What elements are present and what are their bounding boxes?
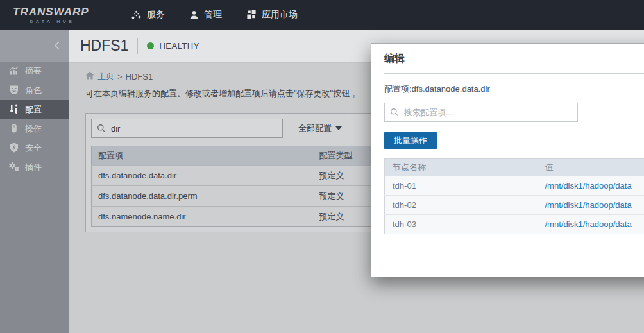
config-search-input[interactable] (91, 119, 283, 138)
table-row: tdh-02 /mnt/disk1/hadoop/data (385, 196, 644, 215)
sidebar-header (0, 30, 69, 62)
sidebar-item-label: 安全 (25, 142, 42, 154)
transwarp-logo[interactable]: TRANSWARP DATA HUB (0, 6, 92, 24)
sidebar-item-label: 配置 (25, 104, 42, 115)
sidebar-item-plugins[interactable]: 插件 (0, 158, 69, 177)
nav-item-services[interactable]: 服务 (131, 9, 165, 21)
sidebar-item-operations[interactable]: 操作 (0, 119, 69, 139)
column-header: 配置项 (92, 146, 313, 166)
nav-items: 服务 管理 应用市场 (131, 9, 322, 21)
sidebar-item-summary[interactable]: 摘要 (0, 62, 69, 81)
chevron-down-icon (335, 126, 342, 130)
nav-divider (105, 5, 105, 24)
nav-item-label: 服务 (147, 9, 165, 21)
nav-item-label: 应用市场 (262, 9, 298, 21)
sidebar-item-label: 摘要 (25, 65, 42, 77)
health-status-label: HEALTHY (159, 41, 199, 51)
table-row: tdh-03 /mnt/disk1/hadoop/data (385, 215, 644, 234)
tools-icon (9, 104, 19, 116)
nav-item-management[interactable]: 管理 (189, 9, 222, 21)
node-table-header: 节点名称 值 (385, 159, 644, 176)
sidebar-item-config[interactable]: 配置 (0, 100, 69, 119)
sidebar-item-label: 插件 (25, 162, 42, 173)
modal-title-row: 编辑 (384, 44, 644, 74)
modal-config-label: 配置项:dfs.datanode.data.dir (384, 83, 644, 95)
breadcrumb-separator: > (117, 72, 123, 81)
node-value-link[interactable]: /mnt/disk1/hadoop/data (538, 176, 644, 196)
collapse-chevron-icon[interactable] (54, 40, 60, 51)
logo-subtitle: DATA HUB (13, 19, 92, 24)
node-table: 节点名称 值 tdh-01 /mnt/disk1/hadoop/data tdh… (384, 158, 644, 234)
sidebar-item-label: 角色 (25, 85, 42, 96)
table-row: tdh-01 /mnt/disk1/hadoop/data (385, 176, 644, 196)
sidebar: 摘要 角色 配置 操作 (0, 30, 69, 333)
config-name-cell: dfs.datanode.data.dir (92, 166, 313, 186)
modal-search-input[interactable] (384, 103, 578, 122)
bar-chart-icon (9, 65, 19, 78)
modal-title: 编辑 (384, 53, 405, 64)
mask-icon (9, 85, 19, 97)
column-header: 节点名称 (385, 159, 538, 176)
nav-item-label: 管理 (204, 9, 222, 21)
logo-title: TRANSWARP (13, 6, 92, 19)
top-nav: TRANSWARP DATA HUB 服务 管理 应用市场 (0, 0, 644, 30)
node-name-cell: tdh-02 (385, 196, 538, 215)
nav-item-app-market[interactable]: 应用市场 (246, 9, 298, 21)
filter-label: 全部配置 (298, 123, 332, 134)
sidebar-item-label: 操作 (25, 123, 42, 135)
config-search (91, 119, 283, 138)
column-header: 值 (538, 159, 644, 176)
sidebar-menu: 摘要 角色 配置 操作 (0, 62, 69, 177)
config-type-filter[interactable]: 全部配置 (298, 123, 342, 134)
sidebar-item-roles[interactable]: 角色 (0, 81, 69, 100)
config-name-cell: dfs.namenode.name.dir (92, 207, 313, 227)
home-icon (85, 71, 94, 81)
header-divider (137, 38, 138, 54)
dots-cluster-icon (131, 10, 142, 20)
edit-modal: 编辑 配置项:dfs.datanode.data.dir 批量操作 节点名称 值… (371, 43, 644, 277)
grid-icon (246, 10, 257, 20)
gears-icon (9, 162, 19, 174)
node-value-link[interactable]: /mnt/disk1/hadoop/data (538, 196, 644, 215)
health-status-dot (147, 42, 154, 49)
config-name-cell: dfs.datanode.data.dir.perm (92, 186, 313, 207)
mouse-icon (9, 123, 19, 135)
breadcrumb-home-link[interactable]: 主页 (97, 71, 114, 82)
page-title: HDFS1 (80, 37, 128, 55)
shield-icon (9, 142, 19, 155)
batch-operation-button[interactable]: 批量操作 (384, 132, 437, 149)
node-name-cell: tdh-01 (385, 176, 538, 196)
node-value-link[interactable]: /mnt/disk1/hadoop/data (538, 215, 644, 234)
node-name-cell: tdh-03 (385, 215, 538, 234)
search-icon (97, 124, 106, 135)
search-icon (390, 108, 399, 119)
user-icon (189, 10, 199, 20)
sidebar-item-security[interactable]: 安全 (0, 139, 69, 158)
modal-search (384, 103, 578, 122)
breadcrumb-current: HDFS1 (126, 72, 153, 81)
